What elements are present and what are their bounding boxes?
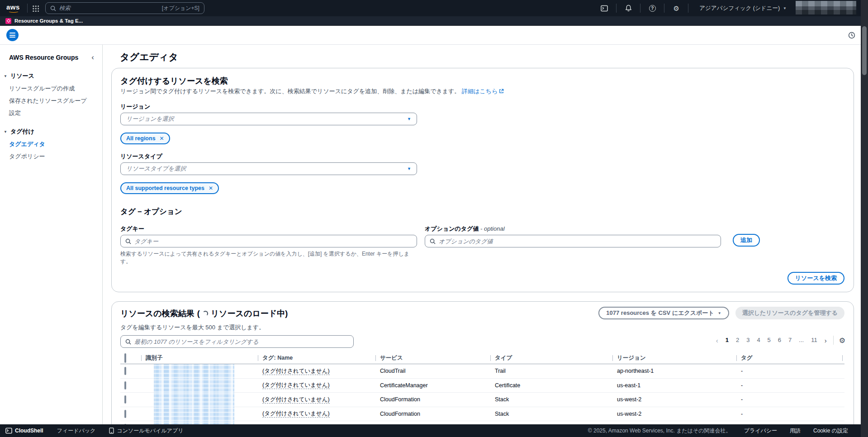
resource-type-field-label: リソースタイプ [120, 152, 844, 161]
previous-page-arrow[interactable]: ‹ [712, 337, 722, 344]
row-checkbox[interactable] [124, 395, 126, 404]
hamburger-menu-button[interactable] [6, 29, 19, 41]
sidebar-item-settings[interactable]: 設定 [9, 109, 102, 117]
cloudshell-icon [5, 428, 12, 434]
content-region: AWS Resource Groups ‹ ▼ リソース リソースグループの作成… [0, 45, 868, 424]
cloudshell-icon[interactable] [597, 0, 612, 16]
loading-spinner-icon [203, 311, 208, 316]
sidebar-item-tag-policies[interactable]: タグポリシー [9, 152, 102, 160]
token-all-regions[interactable]: All regions ✕ [120, 133, 170, 144]
sidebar-title: AWS Resource Groups [9, 54, 90, 61]
tag-value-input[interactable] [439, 238, 716, 245]
sidebar-collapse-icon[interactable]: ‹ [90, 53, 95, 61]
row-checkbox[interactable] [124, 367, 126, 375]
resource-type-select[interactable]: リソースタイプを選択 ▼ [120, 162, 417, 175]
caret-down-icon: ▼ [4, 74, 7, 78]
notifications-bell-icon[interactable] [621, 0, 636, 16]
scrollbar-thumb[interactable] [862, 26, 867, 75]
favorite-tab-resource-groups[interactable]: Resource Groups & Tag E... [5, 18, 83, 24]
sidebar-item-tag-editor[interactable]: タグエディタ [9, 140, 102, 148]
optional-suffix: - optional [479, 225, 504, 232]
tag-name-empty[interactable]: (タグ付けされていません) [262, 396, 330, 404]
table-settings-gear-icon[interactable]: ⚙ [836, 336, 848, 345]
page-number[interactable]: 7 [785, 334, 795, 346]
column-header-tags: タグ [736, 352, 844, 364]
manage-tags-button[interactable]: 選択したリソースのタグを管理する [735, 307, 844, 319]
privacy-link[interactable]: プライバシー [744, 427, 777, 435]
search-results-card: リソースの検索結果 ( リソースのロード中) 1077 resources を … [111, 301, 854, 424]
next-page-arrow[interactable]: › [821, 337, 830, 344]
favorites-bar: Resource Groups & Tag E... [0, 16, 868, 26]
region-cell: us-east-1 [612, 382, 736, 389]
service-cell: CloudFormation [375, 396, 490, 403]
page-number[interactable]: 4 [753, 334, 764, 346]
service-cell: CertificateManager [375, 382, 490, 389]
aws-console-screen: aws [オプション+S] ? ⚙ アジアパシフィック (シドニー) ▼ [0, 0, 868, 437]
add-tag-button[interactable]: 追加 [733, 234, 760, 247]
tag-name-empty[interactable]: (タグ付けされていません) [262, 382, 330, 389]
results-table: 識別子 タグ: Name サービス タイプ リージョン タグ (タグ付けされてい… [120, 352, 844, 424]
sidebar-section-tagging[interactable]: ▼ タグ付け [4, 128, 102, 136]
tags-cell: - [736, 382, 844, 389]
history-clock-icon[interactable] [848, 32, 855, 39]
page-number[interactable]: 11 [807, 334, 821, 346]
global-search-box[interactable]: [オプション+S] [45, 2, 204, 14]
column-header-tag-name: タグ: Name [258, 352, 375, 364]
remove-token-icon[interactable]: ✕ [209, 185, 213, 191]
page-number[interactable]: 5 [764, 334, 774, 346]
global-search-input[interactable] [59, 5, 159, 11]
topnav-right-group: ? ⚙ アジアパシフィック (シドニー) ▼ [597, 0, 863, 16]
select-all-checkbox[interactable] [124, 353, 126, 363]
token-all-resource-types[interactable]: All supported resource types ✕ [120, 182, 219, 194]
terms-link[interactable]: 用語 [790, 427, 801, 435]
table-header-row: 識別子 タグ: Name サービス タイプ リージョン タグ [120, 352, 844, 364]
resource-filter-input[interactable] [134, 338, 349, 345]
tag-name-empty[interactable]: (タグ付けされていません) [262, 368, 330, 375]
console-footer: CloudShell フィードバック コンソールモバイルアプリ © 2025, … [0, 424, 868, 437]
remove-token-icon[interactable]: ✕ [160, 136, 164, 141]
cloudshell-footer-button[interactable]: CloudShell [5, 428, 43, 434]
tag-key-input[interactable] [134, 238, 412, 245]
feedback-button[interactable]: フィードバック [57, 427, 96, 435]
cookie-settings-link[interactable]: Cookie の設定 [813, 427, 848, 435]
service-toolbar [0, 26, 868, 45]
external-link-icon [499, 89, 504, 94]
table-row: (タグ付けされていません) CloudTrail Trail ap-northe… [120, 364, 844, 379]
console-mobile-app-button[interactable]: コンソールモバイルアプリ [109, 427, 183, 435]
type-cell: Trail [490, 368, 612, 374]
row-checkbox[interactable] [124, 410, 126, 418]
sidebar-item-saved-resource-groups[interactable]: 保存されたリソースグループ [9, 97, 102, 104]
learn-more-link[interactable]: 詳細はこちら [462, 88, 504, 95]
region-select[interactable]: リージョンを選択 ▼ [120, 113, 417, 125]
account-menu-redacted[interactable] [796, 1, 856, 14]
help-icon[interactable]: ? [645, 0, 659, 16]
page-number[interactable]: 3 [743, 334, 753, 346]
column-header-type: タイプ [490, 352, 612, 364]
page-number[interactable]: 2 [732, 334, 743, 346]
mobile-device-icon [109, 428, 114, 434]
sidebar-section-resources[interactable]: ▼ リソース [4, 72, 102, 80]
resource-filter-wrap [120, 335, 354, 348]
region-selector[interactable]: アジアパシフィック (シドニー) ▼ [693, 5, 793, 12]
sidebar-item-create-resource-group[interactable]: リソースグループの作成 [9, 85, 102, 92]
identifier-redacted [154, 421, 234, 425]
page-number[interactable]: 1 [722, 334, 732, 346]
tag-value-input-wrap [425, 235, 721, 247]
divider [833, 336, 834, 345]
aws-logo[interactable]: aws [5, 3, 23, 14]
aws-smile-arc [8, 10, 19, 13]
page-number[interactable]: 6 [774, 334, 785, 346]
tag-name-empty[interactable]: (タグ付けされていません) [262, 410, 330, 418]
services-grid-icon[interactable] [32, 5, 39, 12]
copyright-text: © 2025, Amazon Web Services, Inc. またはその関… [588, 427, 731, 435]
export-csv-button[interactable]: 1077 resources を CSV にエクスポート ▼ [598, 307, 729, 319]
search-resources-button[interactable]: リソースを検索 [787, 272, 844, 285]
divider [616, 4, 617, 13]
region-field-label: リージョン [120, 103, 844, 111]
resource-groups-icon [5, 18, 11, 24]
row-checkbox[interactable] [124, 381, 126, 390]
page-scrollbar[interactable] [861, 0, 868, 437]
settings-gear-icon[interactable]: ⚙ [669, 0, 683, 16]
search-icon [125, 339, 131, 345]
page-ellipsis: ... [795, 334, 807, 346]
